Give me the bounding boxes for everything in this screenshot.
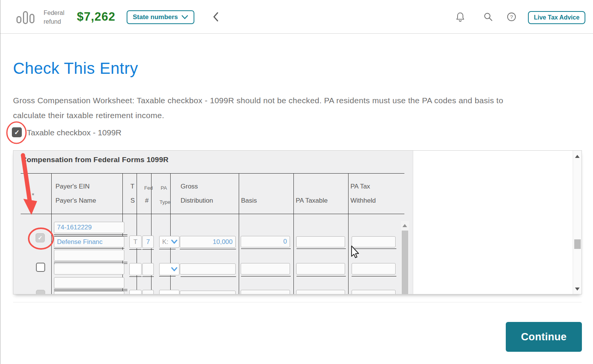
column-header-pa-type: Type <box>160 199 170 205</box>
form-underline <box>241 276 291 276</box>
panel-scrollbar-thumb[interactable] <box>574 239 581 249</box>
row1-pa-tax-withheld-input[interactable] <box>352 236 396 247</box>
row1-payer-name2-input[interactable] <box>54 250 124 261</box>
grid-line <box>348 173 349 294</box>
form-underline <box>129 249 142 250</box>
row2-gross-distribution-input[interactable] <box>180 263 236 275</box>
grid-line <box>122 173 123 294</box>
row2-fed-input[interactable] <box>142 263 154 275</box>
continue-button[interactable]: Continue <box>506 322 582 352</box>
column-header-pa-tax: PA Tax <box>350 183 370 190</box>
column-header-fed-num: # <box>145 197 148 205</box>
column-header-fed: Fed <box>144 185 153 191</box>
row2-ts-input[interactable] <box>129 263 142 275</box>
chevron-down-icon <box>171 267 178 272</box>
live-tax-advice-label: Live Tax Advice <box>534 14 579 21</box>
column-header-pa: PA <box>161 185 167 191</box>
row3-pa-type-select[interactable] <box>159 290 179 294</box>
panel-scrollbar[interactable] <box>573 151 582 294</box>
table-scrollbar[interactable] <box>401 221 409 294</box>
form-underline <box>352 249 396 249</box>
bar-chart-icon <box>16 9 34 24</box>
row1-pa-type-select[interactable]: K: <box>159 236 179 248</box>
row1-ts-input[interactable] <box>129 236 142 248</box>
checkmark-icon: ✓ <box>38 234 43 241</box>
row3-gross-distribution-input[interactable] <box>180 291 236 294</box>
chevron-down-icon <box>181 15 188 20</box>
row2-select-checkbox[interactable] <box>36 263 45 272</box>
row3-ts-input[interactable] <box>129 290 142 294</box>
grid-line <box>239 173 239 294</box>
row1-select-checkbox[interactable]: ✓ <box>36 233 45 242</box>
top-header: Federal refund $7,262 State numbers <box>0 0 593 34</box>
row2-payer-name2-input[interactable] <box>54 277 124 288</box>
help-icon[interactable]: ? <box>507 12 516 23</box>
chevron-down-icon <box>171 239 178 244</box>
column-header-pa-taxable: PA Taxable <box>296 197 328 205</box>
column-header-payer-ein: Payer's EIN <box>55 183 90 190</box>
row1-basis-input[interactable] <box>241 236 290 247</box>
row2-pa-taxable-input[interactable] <box>296 263 345 275</box>
grid-line <box>51 173 52 294</box>
row3-select-checkbox[interactable] <box>36 290 45 294</box>
form-underline <box>296 276 346 276</box>
scroll-down-arrow-icon[interactable] <box>575 288 580 291</box>
page-title: Check This Entry <box>13 59 138 78</box>
checkmark-icon: ✓ <box>14 128 20 136</box>
row3-pa-taxable-input[interactable] <box>296 290 345 294</box>
row2-payer-name-input[interactable] <box>54 263 124 275</box>
worksheet-title: Compensation from Federal Forms 1099R <box>21 156 168 164</box>
live-tax-advice-button[interactable]: Live Tax Advice <box>528 11 585 24</box>
row2-pa-type-select[interactable] <box>159 263 179 275</box>
table-scrollbar-thumb[interactable] <box>402 231 408 294</box>
column-header-s: S <box>130 197 135 205</box>
row1-gross-distribution-input[interactable] <box>180 236 236 248</box>
row1-fed-input[interactable] <box>142 236 154 248</box>
scroll-up-arrow-icon[interactable] <box>402 224 407 227</box>
svg-text:?: ? <box>510 14 513 20</box>
state-numbers-button[interactable]: State numbers <box>127 10 194 24</box>
federal-refund-label: Federal refund <box>44 8 64 26</box>
column-header-distribution: Distribution <box>181 197 213 205</box>
bar-chart-icon-bar <box>16 16 21 23</box>
federal-refund-label-line1: Federal <box>44 8 64 17</box>
form-underline <box>296 249 346 249</box>
grid-line <box>21 214 404 214</box>
app-window: Federal refund $7,262 State numbers <box>0 0 593 364</box>
form-underline <box>241 249 291 249</box>
row1-pa-taxable-input[interactable] <box>296 236 345 247</box>
notifications-bell-icon[interactable] <box>455 12 465 24</box>
error-message-line2: calculate their taxable retirement incom… <box>13 111 164 120</box>
form-underline <box>129 276 142 277</box>
federal-refund-label-line2: refund <box>44 17 64 26</box>
row3-fed-input[interactable] <box>142 290 154 294</box>
form-underline <box>54 248 124 249</box>
row2-pa-tax-withheld-input[interactable] <box>352 263 396 275</box>
form-underline <box>180 249 236 249</box>
bar-chart-icon-bar <box>23 11 28 24</box>
row1-payer-ein-input[interactable] <box>54 222 124 233</box>
row1-pa-type-value: K: <box>162 238 168 246</box>
taxable-checkbox[interactable]: ✓ <box>12 127 22 137</box>
form-underline <box>142 276 154 277</box>
worksheet-form-area: Compensation from Federal Forms 1099R * … <box>13 151 413 294</box>
form-underline <box>159 249 176 249</box>
row3-payer-ein-input[interactable] <box>54 291 124 294</box>
column-header-gross: Gross <box>181 183 198 190</box>
back-chevron-icon[interactable] <box>212 11 220 24</box>
row3-basis-input[interactable] <box>241 290 290 294</box>
row3-pa-tax-withheld-input[interactable] <box>352 290 396 294</box>
column-header-star: * <box>32 192 34 200</box>
scroll-up-arrow-icon[interactable] <box>575 155 580 158</box>
row2-basis-input[interactable] <box>241 263 290 275</box>
search-icon[interactable] <box>483 12 493 23</box>
worksheet-panel: Compensation from Federal Forms 1099R * … <box>13 150 582 294</box>
grid-line <box>21 173 404 174</box>
column-header-t: T <box>130 183 134 190</box>
grid-line <box>293 173 294 294</box>
footer-divider <box>13 302 582 302</box>
refund-amount: $7,262 <box>77 10 116 24</box>
bar-chart-icon-bar <box>29 14 34 23</box>
row1-payer-name-input[interactable] <box>54 236 124 247</box>
state-numbers-label: State numbers <box>133 13 178 21</box>
